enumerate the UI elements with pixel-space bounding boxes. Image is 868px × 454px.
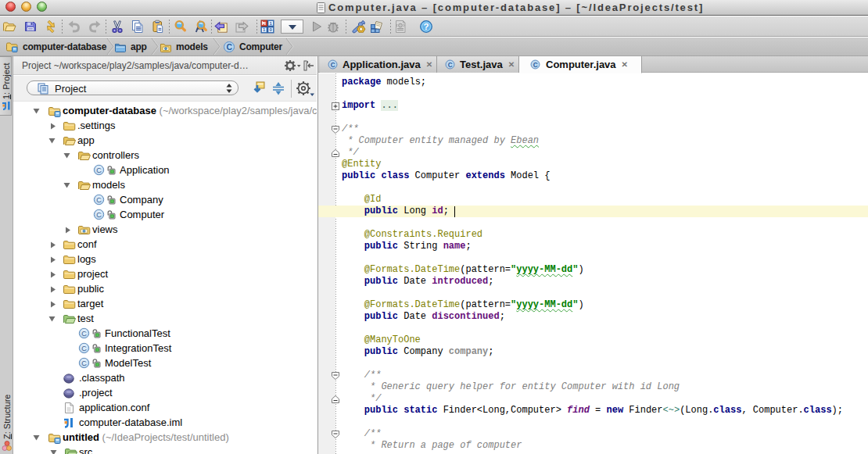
svg-text:?: ? [423,22,429,31]
svg-text:C: C [96,211,102,219]
svg-text:C: C [533,62,538,69]
svg-text:C: C [81,359,87,367]
svg-text:C: C [331,62,335,69]
svg-text:C: C [81,345,87,352]
svg-text:C: C [81,330,87,338]
svg-text:C: C [227,42,233,52]
svg-text:C: C [96,196,102,204]
svg-text:C: C [448,62,453,69]
svg-text:C: C [96,166,102,174]
